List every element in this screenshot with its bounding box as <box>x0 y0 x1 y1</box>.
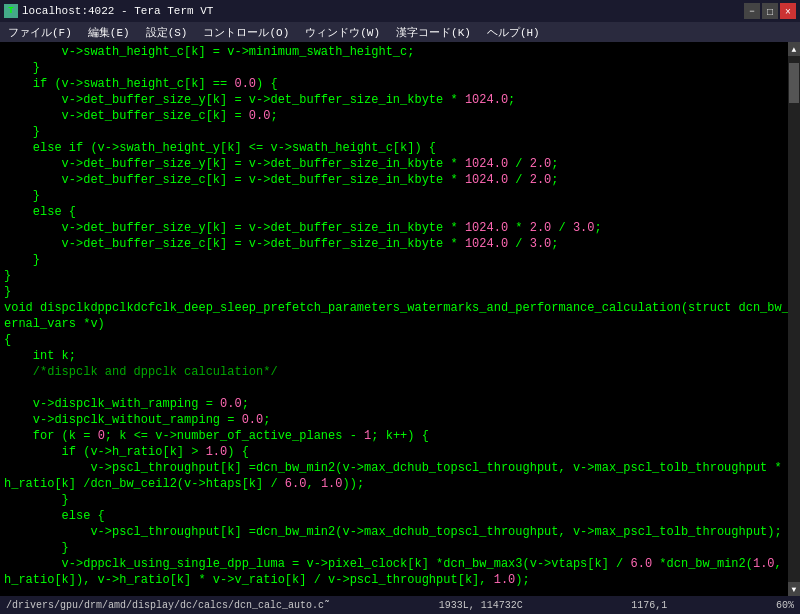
scrollbar-thumb[interactable] <box>789 63 799 103</box>
scrollbar[interactable]: ▲ ▼ <box>788 42 800 596</box>
maximize-button[interactable]: □ <box>762 3 778 19</box>
app-icon: T <box>4 4 18 18</box>
menu-settings[interactable]: 設定(S) <box>142 24 192 41</box>
line-col-info: 1933L, 114732C <box>439 600 523 611</box>
menu-control[interactable]: コントロール(O) <box>199 24 293 41</box>
title-bar: T localhost:4022 - Tera Term VT － □ × <box>0 0 800 22</box>
window-title: localhost:4022 - Tera Term VT <box>22 5 213 17</box>
code-content[interactable]: v->swath_height_c[k] = v->minimum_swath_… <box>0 42 788 596</box>
menu-window[interactable]: ウィンドウ(W) <box>301 24 384 41</box>
window-controls[interactable]: － □ × <box>744 3 796 19</box>
menu-bar: ファイル(F) 編集(E) 設定(S) コントロール(O) ウィンドウ(W) 漢… <box>0 22 800 42</box>
status-bar: /drivers/gpu/drm/amd/display/dc/calcs/dc… <box>0 596 800 614</box>
title-bar-left: T localhost:4022 - Tera Term VT <box>4 4 213 18</box>
scrollbar-up-button[interactable]: ▲ <box>788 42 800 56</box>
menu-file[interactable]: ファイル(F) <box>4 24 76 41</box>
zoom-level: 60% <box>776 600 794 611</box>
cursor-position: 1176,1 <box>631 600 667 611</box>
scrollbar-down-button[interactable]: ▼ <box>788 582 800 596</box>
minimize-button[interactable]: － <box>744 3 760 19</box>
menu-edit[interactable]: 編集(E) <box>84 24 134 41</box>
menu-kanji[interactable]: 漢字コード(K) <box>392 24 475 41</box>
menu-help[interactable]: ヘルプ(H) <box>483 24 544 41</box>
code-area: v->swath_height_c[k] = v->minimum_swath_… <box>0 42 800 596</box>
file-path: /drivers/gpu/drm/amd/display/dc/calcs/dc… <box>6 600 330 611</box>
close-button[interactable]: × <box>780 3 796 19</box>
